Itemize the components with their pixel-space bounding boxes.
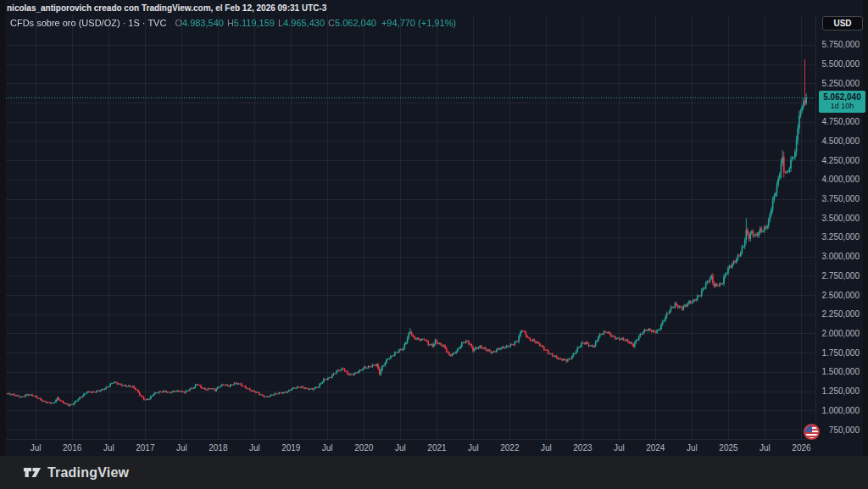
candlestick-chart-canvas[interactable] — [6, 15, 815, 439]
price-tick-label: 4.500,000 — [817, 136, 860, 146]
attribution-bar: nicolas_antiporovich creado con TradingV… — [7, 2, 326, 14]
time-tick-label: Jul — [760, 443, 771, 453]
price-tick-label: 5.500,000 — [817, 59, 860, 69]
price-tick-label: 3.500,000 — [817, 214, 860, 223]
time-tick-label: Jul — [176, 443, 187, 453]
time-tick-label: 2021 — [427, 443, 446, 453]
time-tick-label: 2017 — [136, 443, 154, 453]
price-tick-label: 750,000 — [817, 425, 860, 435]
ohlc-close-label: C — [328, 18, 335, 28]
time-tick-label: 2020 — [354, 443, 373, 453]
price-tick-label: 4.000,000 — [817, 175, 860, 184]
time-tick-label: Jul — [541, 443, 552, 453]
ohlc-close-value: 5.062,040 — [335, 18, 376, 28]
ohlc-high-value: 5.119,159 — [234, 18, 275, 28]
time-tick-label: 2022 — [500, 443, 519, 453]
ohlc-open-label: O — [175, 18, 182, 28]
time-tick-label: 2019 — [281, 443, 300, 453]
time-tick-label: 2018 — [209, 443, 227, 453]
price-tick-label: 2.500,000 — [817, 291, 860, 300]
price-tick-label: 5.750,000 — [817, 40, 860, 49]
time-tick-label: 2026 — [792, 443, 810, 453]
time-tick-label: Jul — [322, 443, 333, 453]
time-tick-label: 2023 — [573, 443, 592, 453]
price-tick-label: 1.500,000 — [817, 367, 860, 376]
price-tick-label: 3.000,000 — [817, 252, 860, 261]
price-tick-label: 2.250,000 — [817, 309, 860, 319]
time-tick-label: 2016 — [63, 443, 81, 453]
time-tick-label: Jul — [103, 443, 114, 453]
last-price-badge[interactable]: 5.062,040 1d 10h — [819, 91, 865, 113]
time-tick-label: 2024 — [646, 443, 665, 453]
change-value: +94,770 (+1,91%) — [381, 18, 456, 28]
time-tick-label: Jul — [249, 443, 260, 453]
price-tick-label: 5.250,000 — [817, 79, 860, 88]
price-tick-label: 4.250,000 — [817, 156, 860, 165]
attribution-text: nicolas_antiporovich creado con TradingV… — [7, 3, 326, 13]
us-flag-canton — [805, 425, 812, 432]
price-tick-label: 1.250,000 — [817, 386, 860, 396]
time-axis-separator — [6, 439, 815, 440]
ohlc-high-label: H — [227, 18, 234, 28]
price-tick-label: 2.750,000 — [817, 271, 860, 281]
symbol-title[interactable]: CFDs sobre oro (USD/OZ) · 1S · TVC — [10, 18, 166, 28]
time-tick-label: 2025 — [719, 443, 737, 453]
price-tick-label: 4.750,000 — [817, 117, 860, 126]
ohlc-low-value: 4.965,430 — [283, 18, 325, 28]
last-price-value: 5.062,040 — [819, 92, 865, 102]
bar-countdown: 1d 10h — [819, 102, 865, 110]
us-flag-icon[interactable] — [804, 424, 820, 440]
tradingview-logo-text: TradingView — [47, 465, 129, 481]
tradingview-logo[interactable]: TradingView — [23, 465, 129, 481]
time-tick-label: Jul — [31, 443, 42, 453]
footer-bar: TradingView — [0, 456, 868, 489]
price-tick-label: 3.750,000 — [817, 194, 860, 203]
price-tick-label: 1.000,000 — [817, 406, 860, 415]
currency-usd-button[interactable]: USD — [822, 16, 863, 31]
price-tick-label: 2.000,000 — [817, 329, 860, 338]
chart-widget: nicolas_antiporovich creado con TradingV… — [6, 0, 863, 456]
time-tick-label: Jul — [614, 443, 625, 453]
ohlc-open-value: 4.983,540 — [182, 18, 224, 28]
price-tick-label: 3.250,000 — [817, 232, 860, 242]
time-tick-label: Jul — [687, 443, 698, 453]
chart-legend: CFDs sobre oro (USD/OZ) · 1S · TVCO4.983… — [10, 18, 456, 29]
time-tick-label: Jul — [468, 443, 479, 453]
price-tick-label: 1.750,000 — [817, 348, 860, 358]
time-tick-label: Jul — [395, 443, 406, 453]
tradingview-logo-icon — [23, 465, 42, 480]
tradingview-snapshot: nicolas_antiporovich creado con TradingV… — [0, 0, 868, 489]
price-axis-separator — [815, 15, 816, 439]
